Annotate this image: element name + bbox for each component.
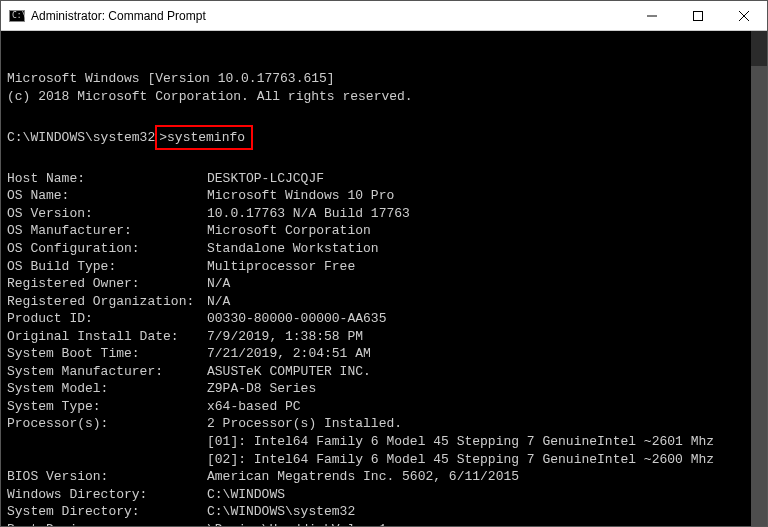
info-value: N/A — [207, 294, 230, 309]
info-label: Product ID: — [7, 310, 207, 328]
info-label: OS Manufacturer: — [7, 222, 207, 240]
info-row: OS Manufacturer:Microsoft Corporation — [7, 222, 761, 240]
info-value: American Megatrends Inc. 5602, 6/11/2015 — [207, 469, 519, 484]
info-row: Registered Organization:N/A — [7, 293, 761, 311]
info-label: Registered Organization: — [7, 293, 207, 311]
info-value: Microsoft Corporation — [207, 223, 371, 238]
window-controls — [629, 1, 767, 30]
info-label: OS Name: — [7, 187, 207, 205]
info-value: x64-based PC — [207, 399, 301, 414]
info-value: Microsoft Windows 10 Pro — [207, 188, 394, 203]
info-value: N/A — [207, 276, 230, 291]
command-prompt-window: C:\ Administrator: Command Prompt Micros… — [0, 0, 768, 527]
info-label: Host Name: — [7, 170, 207, 188]
version-line: Microsoft Windows [Version 10.0.17763.61… — [7, 71, 335, 86]
copyright-line: (c) 2018 Microsoft Corporation. All righ… — [7, 89, 413, 104]
info-row: Boot Device:\Device\HarddiskVolume1 — [7, 521, 761, 526]
info-label: System Directory: — [7, 503, 207, 521]
info-value: Z9PA-D8 Series — [207, 381, 316, 396]
info-value: \Device\HarddiskVolume1 — [207, 522, 386, 526]
info-row: OS Configuration:Standalone Workstation — [7, 240, 761, 258]
info-label: OS Configuration: — [7, 240, 207, 258]
info-row: [02]: Intel64 Family 6 Model 45 Stepping… — [7, 451, 761, 469]
info-value: ASUSTeK COMPUTER INC. — [207, 364, 371, 379]
info-row: BIOS Version:American Megatrends Inc. 56… — [7, 468, 761, 486]
svg-text:C:\: C:\ — [12, 11, 25, 20]
command-highlight-box: >systeminfo — [155, 125, 253, 151]
info-row: [01]: Intel64 Family 6 Model 45 Stepping… — [7, 433, 761, 451]
info-value: C:\WINDOWS — [207, 487, 285, 502]
info-row: Windows Directory:C:\WINDOWS — [7, 486, 761, 504]
entered-command: systeminfo — [167, 130, 245, 145]
info-row: System Model:Z9PA-D8 Series — [7, 380, 761, 398]
info-value: 7/21/2019, 2:04:51 AM — [207, 346, 371, 361]
info-row: Registered Owner:N/A — [7, 275, 761, 293]
info-row: System Type:x64-based PC — [7, 398, 761, 416]
prompt-sep: > — [159, 130, 167, 145]
info-row: System Manufacturer:ASUSTeK COMPUTER INC… — [7, 363, 761, 381]
titlebar[interactable]: C:\ Administrator: Command Prompt — [1, 1, 767, 31]
close-button[interactable] — [721, 1, 767, 30]
info-row: OS Build Type:Multiprocessor Free — [7, 258, 761, 276]
info-value: 7/9/2019, 1:38:58 PM — [207, 329, 363, 344]
maximize-button[interactable] — [675, 1, 721, 30]
cmd-icon: C:\ — [9, 8, 25, 24]
maximize-icon — [693, 11, 703, 21]
info-row: OS Version:10.0.17763 N/A Build 17763 — [7, 205, 761, 223]
prompt-path: C:\WINDOWS\system32 — [7, 130, 155, 145]
scrollbar-thumb[interactable] — [751, 66, 767, 526]
info-label: Windows Directory: — [7, 486, 207, 504]
info-label: BIOS Version: — [7, 468, 207, 486]
info-value: 00330-80000-00000-AA635 — [207, 311, 386, 326]
minimize-button[interactable] — [629, 1, 675, 30]
info-label: System Type: — [7, 398, 207, 416]
info-label: System Boot Time: — [7, 345, 207, 363]
info-value: Standalone Workstation — [207, 241, 379, 256]
info-label: Registered Owner: — [7, 275, 207, 293]
info-label: OS Build Type: — [7, 258, 207, 276]
info-label: System Manufacturer: — [7, 363, 207, 381]
info-value: 2 Processor(s) Installed. — [207, 416, 402, 431]
info-label: Original Install Date: — [7, 328, 207, 346]
info-label: OS Version: — [7, 205, 207, 223]
info-row: System Boot Time:7/21/2019, 2:04:51 AM — [7, 345, 761, 363]
minimize-icon — [647, 11, 657, 21]
info-label: Processor(s): — [7, 415, 207, 433]
info-value: C:\WINDOWS\system32 — [207, 504, 355, 519]
info-value: [02]: Intel64 Family 6 Model 45 Stepping… — [207, 452, 714, 467]
info-row: Product ID:00330-80000-00000-AA635 — [7, 310, 761, 328]
info-row: System Directory:C:\WINDOWS\system32 — [7, 503, 761, 521]
info-value: 10.0.17763 N/A Build 17763 — [207, 206, 410, 221]
info-label: Boot Device: — [7, 521, 207, 526]
terminal-output[interactable]: Microsoft Windows [Version 10.0.17763.61… — [1, 31, 767, 526]
info-value: [01]: Intel64 Family 6 Model 45 Stepping… — [207, 434, 714, 449]
vertical-scrollbar[interactable] — [751, 31, 767, 526]
close-icon — [739, 11, 749, 21]
info-value: DESKTOP-LCJCQJF — [207, 171, 324, 186]
info-value: Multiprocessor Free — [207, 259, 355, 274]
info-row: OS Name:Microsoft Windows 10 Pro — [7, 187, 761, 205]
info-row: Host Name:DESKTOP-LCJCQJF — [7, 170, 761, 188]
info-row: Original Install Date:7/9/2019, 1:38:58 … — [7, 328, 761, 346]
info-row: Processor(s):2 Processor(s) Installed. — [7, 415, 761, 433]
info-label: System Model: — [7, 380, 207, 398]
svg-rect-3 — [694, 11, 703, 20]
window-title: Administrator: Command Prompt — [31, 9, 629, 23]
